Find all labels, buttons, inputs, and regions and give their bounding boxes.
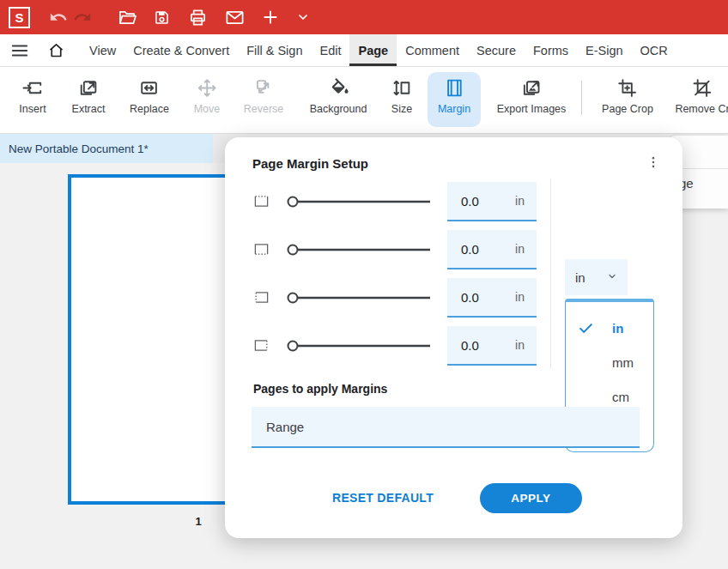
more-actions-button[interactable] <box>296 0 310 34</box>
save-button[interactable] <box>153 0 171 34</box>
toolbar-replace-button[interactable]: Replace <box>130 76 169 115</box>
open-file-button[interactable] <box>118 0 137 34</box>
margin-top-value-field[interactable]: 0.0 in <box>447 182 537 221</box>
margin-bottom-unit: in <box>515 242 525 256</box>
toolbar-page-crop-button[interactable]: Page Crop <box>602 76 653 115</box>
move-pages-icon <box>196 76 217 100</box>
chevron-down-icon <box>607 271 617 284</box>
unit-option-label: in <box>612 321 623 336</box>
toolbar-move-button[interactable]: Move <box>194 76 221 115</box>
menu-item-forms[interactable]: Forms <box>525 34 577 66</box>
page-crop-icon <box>616 76 638 100</box>
undo-button[interactable] <box>49 0 68 34</box>
margin-top-value: 0.0 <box>461 194 479 209</box>
menu-item-page[interactable]: Page <box>349 34 397 66</box>
margin-left-slider[interactable] <box>282 289 436 310</box>
toolbar-export-images-button[interactable]: Export Images <box>497 76 567 115</box>
reset-default-button[interactable]: RESET DEFAULT <box>332 491 434 505</box>
document-tab[interactable]: New Portable Document 1* <box>0 134 213 163</box>
range-input[interactable]: Range <box>252 407 640 448</box>
margin-bottom-slider[interactable] <box>282 241 436 262</box>
toolbar-export-images-label: Export Images <box>497 103 567 115</box>
dialog-more-options-button[interactable] <box>643 153 664 173</box>
email-icon <box>225 8 245 27</box>
toolbar-margin-label: Margin <box>438 103 470 115</box>
remove-crop-icon <box>692 76 713 100</box>
apply-button[interactable]: APPLY <box>480 483 582 513</box>
margin-bottom-icon <box>252 241 270 261</box>
unit-option-label: cm <box>612 390 629 404</box>
margin-left-unit: in <box>515 290 525 304</box>
margin-right-value: 0.0 <box>461 338 479 353</box>
menu-item-esign[interactable]: E-Sign <box>577 34 632 66</box>
unit-dropdown-value: in <box>575 270 585 285</box>
export-images-icon <box>521 76 543 100</box>
menu-item-view[interactable]: View <box>81 34 124 66</box>
toolbar-background-label: Background <box>310 103 367 115</box>
margin-top-slider[interactable] <box>282 193 436 214</box>
extract-pages-icon <box>78 76 100 100</box>
toolbar-page-crop-label: Page Crop <box>602 103 653 115</box>
redo-button[interactable] <box>73 0 92 34</box>
toolbar-reverse-label: Reverse <box>244 103 284 115</box>
menu-item-ocr[interactable]: OCR <box>632 34 676 66</box>
kebab-icon <box>646 154 661 173</box>
page-number-label: 1 <box>184 515 213 528</box>
margin-right-icon <box>252 337 270 357</box>
page-size-icon <box>391 76 413 100</box>
print-button[interactable] <box>188 0 208 34</box>
toolbar-extract-button[interactable]: Extract <box>72 76 106 115</box>
new-document-button[interactable] <box>262 0 279 34</box>
margin-bottom-value-field[interactable]: 0.0 in <box>447 230 537 269</box>
menu-item-create-convert[interactable]: Create & Convert <box>124 34 238 66</box>
toolbar-insert-label: Insert <box>19 103 46 115</box>
page-margin-icon <box>444 76 465 100</box>
unit-option-in[interactable]: in <box>566 311 653 345</box>
menu-item-secure[interactable]: Secure <box>468 34 525 66</box>
toolbar-divider <box>581 81 582 115</box>
checkmark-icon <box>578 320 594 336</box>
pages-to-apply-label: Pages to apply Margins <box>253 382 387 396</box>
toolbar-extract-label: Extract <box>72 103 106 115</box>
toolbar-background-button[interactable]: Background <box>310 76 367 115</box>
save-icon <box>153 9 171 27</box>
redo-icon <box>73 8 92 27</box>
menubar: View Create & Convert Fill & Sign Edit P… <box>0 34 728 67</box>
toolbar-insert-button[interactable]: Insert <box>19 76 46 115</box>
menu-item-fill-sign[interactable]: Fill & Sign <box>238 34 311 66</box>
margin-right-unit: in <box>515 338 525 352</box>
unit-option-mm[interactable]: mm <box>566 345 653 379</box>
app-logo: S <box>9 7 30 28</box>
toolbar-size-button[interactable]: Size <box>391 76 413 115</box>
replace-pages-icon <box>139 76 161 100</box>
unit-option-label: mm <box>612 355 634 370</box>
margin-left-value: 0.0 <box>461 290 479 305</box>
email-button[interactable] <box>225 0 245 34</box>
margin-bottom-value: 0.0 <box>461 242 479 257</box>
toolbar-move-label: Move <box>194 103 221 115</box>
margin-left-value-field[interactable]: 0.0 in <box>447 278 537 318</box>
margin-right-value-field[interactable]: 0.0 in <box>447 326 537 366</box>
toolbar-margin-button[interactable]: Margin <box>438 76 470 115</box>
dialog-title: Page Margin Setup <box>252 156 368 171</box>
margin-right-slider[interactable] <box>282 337 436 358</box>
margin-top-unit: in <box>515 194 525 208</box>
menu-item-comment[interactable]: Comment <box>397 34 468 66</box>
toolbar-replace-label: Replace <box>130 103 169 115</box>
margin-row-top: 0.0 in <box>225 182 682 221</box>
menu-item-edit[interactable]: Edit <box>311 34 349 66</box>
open-file-icon <box>118 8 137 27</box>
unit-dropdown[interactable]: in <box>565 259 628 295</box>
insert-pages-icon <box>21 76 43 100</box>
plus-icon <box>262 9 279 26</box>
titlebar: S <box>0 0 728 34</box>
toolbar-reverse-button[interactable]: Reverse <box>244 76 284 115</box>
background-fill-icon <box>328 76 349 100</box>
toolbar-remove-crop-button[interactable]: Remove Cr <box>675 76 728 115</box>
dialog-column-divider <box>550 179 551 369</box>
reverse-pages-icon <box>252 76 274 100</box>
page-margin-setup-dialog: Page Margin Setup 0.0 in 0.0 in <box>225 137 682 538</box>
hamburger-menu-icon[interactable] <box>0 34 39 66</box>
home-icon[interactable] <box>39 34 72 66</box>
chevron-down-icon <box>296 10 310 24</box>
